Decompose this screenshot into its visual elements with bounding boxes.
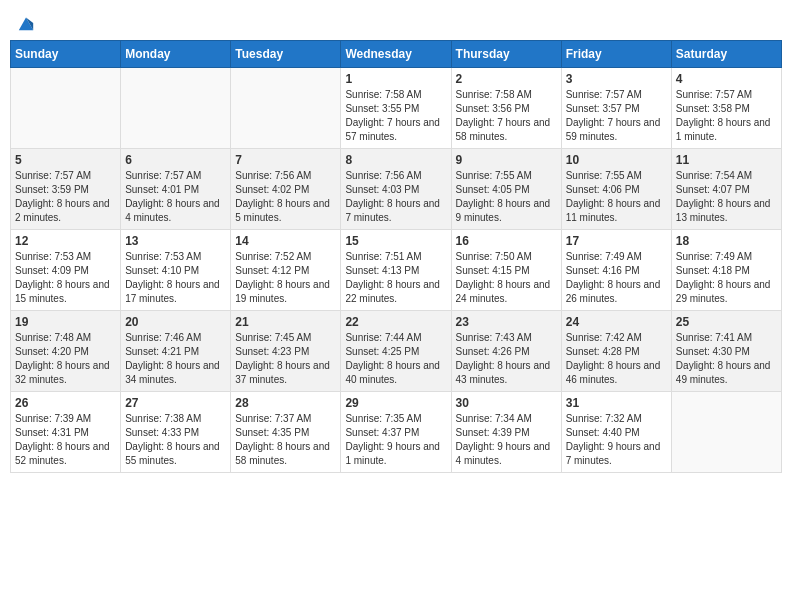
day-number: 10 <box>566 153 667 167</box>
day-number: 16 <box>456 234 557 248</box>
day-info: Sunrise: 7:55 AMSunset: 4:06 PMDaylight:… <box>566 170 661 223</box>
day-cell: 12 Sunrise: 7:53 AMSunset: 4:09 PMDaylig… <box>11 230 121 311</box>
day-info: Sunrise: 7:56 AMSunset: 4:03 PMDaylight:… <box>345 170 440 223</box>
day-cell: 29 Sunrise: 7:35 AMSunset: 4:37 PMDaylig… <box>341 392 451 473</box>
day-number: 12 <box>15 234 116 248</box>
day-cell: 7 Sunrise: 7:56 AMSunset: 4:02 PMDayligh… <box>231 149 341 230</box>
day-info: Sunrise: 7:53 AMSunset: 4:09 PMDaylight:… <box>15 251 110 304</box>
day-info: Sunrise: 7:56 AMSunset: 4:02 PMDaylight:… <box>235 170 330 223</box>
day-info: Sunrise: 7:48 AMSunset: 4:20 PMDaylight:… <box>15 332 110 385</box>
day-info: Sunrise: 7:57 AMSunset: 3:57 PMDaylight:… <box>566 89 661 142</box>
weekday-header-tuesday: Tuesday <box>231 41 341 68</box>
day-info: Sunrise: 7:43 AMSunset: 4:26 PMDaylight:… <box>456 332 551 385</box>
day-info: Sunrise: 7:35 AMSunset: 4:37 PMDaylight:… <box>345 413 440 466</box>
day-number: 25 <box>676 315 777 329</box>
day-cell: 8 Sunrise: 7:56 AMSunset: 4:03 PMDayligh… <box>341 149 451 230</box>
day-number: 8 <box>345 153 446 167</box>
day-cell: 20 Sunrise: 7:46 AMSunset: 4:21 PMDaylig… <box>121 311 231 392</box>
day-cell: 1 Sunrise: 7:58 AMSunset: 3:55 PMDayligh… <box>341 68 451 149</box>
day-number: 6 <box>125 153 226 167</box>
day-number: 28 <box>235 396 336 410</box>
day-number: 29 <box>345 396 446 410</box>
week-row-5: 26 Sunrise: 7:39 AMSunset: 4:31 PMDaylig… <box>11 392 782 473</box>
weekday-header-monday: Monday <box>121 41 231 68</box>
day-number: 23 <box>456 315 557 329</box>
weekday-header-sunday: Sunday <box>11 41 121 68</box>
day-info: Sunrise: 7:57 AMSunset: 3:59 PMDaylight:… <box>15 170 110 223</box>
week-row-1: 1 Sunrise: 7:58 AMSunset: 3:55 PMDayligh… <box>11 68 782 149</box>
day-number: 22 <box>345 315 446 329</box>
day-cell: 31 Sunrise: 7:32 AMSunset: 4:40 PMDaylig… <box>561 392 671 473</box>
day-cell: 3 Sunrise: 7:57 AMSunset: 3:57 PMDayligh… <box>561 68 671 149</box>
day-info: Sunrise: 7:54 AMSunset: 4:07 PMDaylight:… <box>676 170 771 223</box>
day-number: 26 <box>15 396 116 410</box>
day-number: 18 <box>676 234 777 248</box>
day-number: 19 <box>15 315 116 329</box>
day-cell: 28 Sunrise: 7:37 AMSunset: 4:35 PMDaylig… <box>231 392 341 473</box>
day-number: 21 <box>235 315 336 329</box>
day-info: Sunrise: 7:32 AMSunset: 4:40 PMDaylight:… <box>566 413 661 466</box>
day-cell <box>231 68 341 149</box>
day-info: Sunrise: 7:44 AMSunset: 4:25 PMDaylight:… <box>345 332 440 385</box>
day-number: 9 <box>456 153 557 167</box>
weekday-header-saturday: Saturday <box>671 41 781 68</box>
day-cell: 26 Sunrise: 7:39 AMSunset: 4:31 PMDaylig… <box>11 392 121 473</box>
day-cell: 30 Sunrise: 7:34 AMSunset: 4:39 PMDaylig… <box>451 392 561 473</box>
page-header <box>10 10 782 32</box>
day-info: Sunrise: 7:57 AMSunset: 4:01 PMDaylight:… <box>125 170 220 223</box>
day-number: 2 <box>456 72 557 86</box>
day-cell <box>121 68 231 149</box>
day-cell: 2 Sunrise: 7:58 AMSunset: 3:56 PMDayligh… <box>451 68 561 149</box>
weekday-header-wednesday: Wednesday <box>341 41 451 68</box>
day-number: 14 <box>235 234 336 248</box>
day-info: Sunrise: 7:57 AMSunset: 3:58 PMDaylight:… <box>676 89 771 142</box>
day-info: Sunrise: 7:45 AMSunset: 4:23 PMDaylight:… <box>235 332 330 385</box>
day-cell <box>671 392 781 473</box>
day-info: Sunrise: 7:58 AMSunset: 3:56 PMDaylight:… <box>456 89 551 142</box>
week-row-4: 19 Sunrise: 7:48 AMSunset: 4:20 PMDaylig… <box>11 311 782 392</box>
day-cell: 13 Sunrise: 7:53 AMSunset: 4:10 PMDaylig… <box>121 230 231 311</box>
calendar-table: SundayMondayTuesdayWednesdayThursdayFrid… <box>10 40 782 473</box>
day-cell: 6 Sunrise: 7:57 AMSunset: 4:01 PMDayligh… <box>121 149 231 230</box>
weekday-header-friday: Friday <box>561 41 671 68</box>
day-number: 5 <box>15 153 116 167</box>
day-cell: 11 Sunrise: 7:54 AMSunset: 4:07 PMDaylig… <box>671 149 781 230</box>
day-info: Sunrise: 7:49 AMSunset: 4:18 PMDaylight:… <box>676 251 771 304</box>
day-cell: 27 Sunrise: 7:38 AMSunset: 4:33 PMDaylig… <box>121 392 231 473</box>
day-info: Sunrise: 7:50 AMSunset: 4:15 PMDaylight:… <box>456 251 551 304</box>
day-number: 27 <box>125 396 226 410</box>
week-row-2: 5 Sunrise: 7:57 AMSunset: 3:59 PMDayligh… <box>11 149 782 230</box>
day-number: 31 <box>566 396 667 410</box>
day-cell: 15 Sunrise: 7:51 AMSunset: 4:13 PMDaylig… <box>341 230 451 311</box>
day-info: Sunrise: 7:37 AMSunset: 4:35 PMDaylight:… <box>235 413 330 466</box>
day-cell: 19 Sunrise: 7:48 AMSunset: 4:20 PMDaylig… <box>11 311 121 392</box>
day-info: Sunrise: 7:58 AMSunset: 3:55 PMDaylight:… <box>345 89 440 142</box>
logo <box>16 14 35 28</box>
day-cell: 14 Sunrise: 7:52 AMSunset: 4:12 PMDaylig… <box>231 230 341 311</box>
logo-icon <box>17 14 35 32</box>
day-cell: 10 Sunrise: 7:55 AMSunset: 4:06 PMDaylig… <box>561 149 671 230</box>
day-cell: 17 Sunrise: 7:49 AMSunset: 4:16 PMDaylig… <box>561 230 671 311</box>
day-cell: 5 Sunrise: 7:57 AMSunset: 3:59 PMDayligh… <box>11 149 121 230</box>
day-number: 24 <box>566 315 667 329</box>
day-number: 20 <box>125 315 226 329</box>
day-number: 13 <box>125 234 226 248</box>
day-info: Sunrise: 7:52 AMSunset: 4:12 PMDaylight:… <box>235 251 330 304</box>
day-number: 11 <box>676 153 777 167</box>
day-cell <box>11 68 121 149</box>
day-info: Sunrise: 7:39 AMSunset: 4:31 PMDaylight:… <box>15 413 110 466</box>
day-info: Sunrise: 7:34 AMSunset: 4:39 PMDaylight:… <box>456 413 551 466</box>
day-number: 7 <box>235 153 336 167</box>
week-row-3: 12 Sunrise: 7:53 AMSunset: 4:09 PMDaylig… <box>11 230 782 311</box>
day-info: Sunrise: 7:51 AMSunset: 4:13 PMDaylight:… <box>345 251 440 304</box>
day-number: 30 <box>456 396 557 410</box>
day-info: Sunrise: 7:38 AMSunset: 4:33 PMDaylight:… <box>125 413 220 466</box>
day-cell: 24 Sunrise: 7:42 AMSunset: 4:28 PMDaylig… <box>561 311 671 392</box>
day-number: 3 <box>566 72 667 86</box>
weekday-header-thursday: Thursday <box>451 41 561 68</box>
day-cell: 16 Sunrise: 7:50 AMSunset: 4:15 PMDaylig… <box>451 230 561 311</box>
day-info: Sunrise: 7:53 AMSunset: 4:10 PMDaylight:… <box>125 251 220 304</box>
weekday-header-row: SundayMondayTuesdayWednesdayThursdayFrid… <box>11 41 782 68</box>
day-info: Sunrise: 7:46 AMSunset: 4:21 PMDaylight:… <box>125 332 220 385</box>
day-number: 1 <box>345 72 446 86</box>
